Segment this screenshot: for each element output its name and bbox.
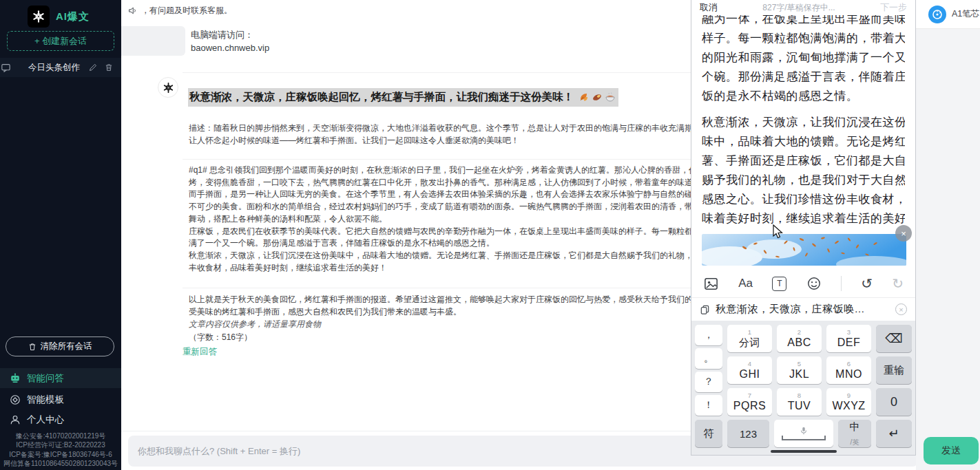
zero-key[interactable]: 0	[876, 388, 912, 416]
conversation-item[interactable]: 今日头条创作	[0, 58, 121, 77]
key-7-pqrs[interactable]: 7 PQRS	[727, 388, 772, 416]
text-line: 样子。每一颗粒都饱满饱满的，带着大地	[702, 29, 905, 48]
steaming-bowl-icon	[605, 92, 616, 103]
text-line: 的阳光和雨露，沉甸甸地撑满了一个又一	[702, 48, 905, 67]
sidebar-item-smart-qa[interactable]: 智能问答	[0, 368, 121, 388]
key-number: 1	[748, 328, 751, 336]
article-image[interactable]	[702, 234, 906, 266]
clear-all-conversations-button[interactable]: 清除所有会话	[6, 337, 114, 356]
text-line: 个碗。那份满足感溢于言表，伴随着庄稼	[702, 67, 905, 87]
trash-icon	[28, 343, 37, 351]
footer-line: ICP备案号:豫ICP备18036746号-6	[0, 450, 121, 459]
insert-image-icon[interactable]	[703, 276, 719, 292]
delete-icon[interactable]	[105, 63, 113, 72]
phone-editor-panel: 融为一体，在饭桌上呈现出丰盛而美味的 样子。每一颗粒都饱满饱满的，带着大地 的阳…	[691, 0, 916, 456]
key-number: 9	[847, 392, 851, 399]
new-conversation-button[interactable]: + 创建新会话	[7, 31, 114, 51]
lang-zh-label: 中	[850, 420, 860, 434]
disclaimer-note: 文章内容仅供参考，请适量享用食物	[189, 319, 321, 330]
key-4-ghi[interactable]: 4 GHI	[727, 356, 772, 384]
space-key[interactable]	[774, 420, 833, 447]
sidebar-item-label: 智能模板	[27, 394, 64, 406]
key-number: 6	[847, 360, 851, 367]
phone-top-bar: 取消 827字/草稿保存中... 下一步	[691, 0, 915, 15]
text-line: 融为一体，在饭桌上呈现出丰盛而美味的	[702, 15, 905, 29]
cancel-button[interactable]: 取消	[700, 1, 718, 14]
backspace-key[interactable]: ⌫	[876, 325, 912, 352]
mic-icon	[800, 427, 808, 435]
home-indicator[interactable]	[771, 450, 837, 453]
user-avatar[interactable]	[928, 6, 946, 23]
footer-line: 豫公安备:41070202001219号	[0, 431, 121, 440]
language-toggle-key[interactable]: 中 /英	[838, 420, 871, 447]
mouse-cursor	[773, 224, 784, 239]
key-8-tuv[interactable]: 8 TUV	[777, 388, 822, 416]
key-label: PQRS	[733, 399, 766, 412]
retype-key[interactable]: 重输	[876, 356, 912, 384]
key-label: TUV	[788, 399, 811, 412]
redo-icon[interactable]: ↻	[892, 275, 904, 292]
key-period[interactable]: 。	[695, 348, 722, 369]
person-icon	[10, 414, 21, 425]
sidebar-item-label: 个人中心	[27, 414, 64, 426]
notice-bar: ，有问题及时联系客服。	[128, 5, 232, 17]
next-step-button[interactable]: 下一步	[880, 1, 907, 14]
app-title: AI爆文	[56, 10, 90, 23]
key-6-mno[interactable]: 6 MNO	[826, 356, 871, 384]
edit-icon[interactable]	[89, 63, 97, 72]
key-number: 2	[797, 328, 801, 336]
enter-key[interactable]: ↵	[876, 420, 912, 447]
text-line: 薯、手擀面还是庄稼饭，它们都是大自然	[702, 151, 905, 171]
footer-line: ICP经营许可证:B2-20220223	[0, 440, 121, 449]
phone-article: 融为一体，在饭桌上呈现出丰盛而美味的 样子。每一颗粒都饱满饱满的，带着大地 的阳…	[691, 15, 915, 234]
lang-en-label: 英	[852, 438, 859, 446]
key-1-fenci[interactable]: 1 分词	[727, 325, 772, 352]
sweet-potato-icon	[592, 92, 603, 103]
font-style-icon[interactable]: Aa	[738, 277, 753, 290]
copy-icon	[700, 304, 710, 314]
sidebar-item-profile[interactable]: 个人中心	[0, 409, 121, 429]
editor-toolbar: Aa T ↺ ↻	[703, 270, 904, 297]
masked-banner	[121, 26, 185, 56]
sidebar-item-smart-templates[interactable]: 智能模板	[0, 389, 121, 409]
send-button[interactable]: 发送	[924, 437, 979, 464]
key-question[interactable]: ？	[695, 372, 722, 392]
fallen-leaf-icon	[578, 92, 590, 103]
regenerate-link[interactable]: 重新回答	[183, 346, 217, 358]
punctuation-strip: ， 。 ？ ！	[695, 325, 722, 416]
openai-logo-icon	[28, 6, 50, 28]
key-number: 8	[797, 392, 801, 399]
user-header: A1笔芯	[916, 0, 980, 29]
key-label: 分词	[739, 336, 760, 349]
app-brand: AI爆文	[28, 6, 90, 28]
sidebar: AI爆文 + 创建新会话 今日头条创作 清除所有会话	[0, 0, 121, 470]
user-name: A1笔芯	[952, 8, 979, 20]
robot-icon	[10, 373, 21, 384]
article-title-text: 秋意渐浓，天微凉，庄稼饭唤起回忆，烤红薯与手擀面，让我们痴迷于这份美味！	[189, 90, 574, 105]
key-2-abc[interactable]: 2 ABC	[777, 325, 822, 352]
symbols-key[interactable]: 符	[695, 420, 722, 447]
right-background	[916, 29, 980, 470]
key-5-jkl[interactable]: 5 JKL	[777, 356, 822, 384]
key-comma[interactable]: ，	[695, 325, 722, 345]
app-window: AI爆文 + 创建新会话 今日头条创作 清除所有会话	[0, 0, 980, 470]
chip-close-icon[interactable]: ×	[895, 303, 907, 315]
title-emojis	[578, 92, 616, 103]
key-9-wxyz[interactable]: 9 WXYZ	[826, 388, 871, 416]
key-label: DEF	[837, 336, 861, 349]
key-label: MNO	[835, 367, 862, 381]
key-number: 3	[847, 328, 851, 336]
key-exclaim[interactable]: ！	[695, 395, 722, 416]
text-box-icon[interactable]: T	[772, 277, 786, 291]
remove-image-button[interactable]: ×	[895, 225, 912, 242]
key-number: 4	[748, 360, 751, 367]
undo-icon[interactable]: ↺	[861, 275, 873, 292]
key-3-def[interactable]: 3 DEF	[826, 325, 871, 352]
emoji-icon[interactable]	[806, 276, 822, 291]
numbers-key[interactable]: 123	[727, 420, 769, 447]
visit-url[interactable]: baowen.chnweb.vip	[191, 41, 269, 54]
text-line: 感恩之心。让我们珍惜这份丰收食材，品	[702, 190, 905, 209]
key-label: GHI	[740, 367, 760, 381]
text-line: 秋意渐浓，天微凉，让我们沉浸在这份美	[702, 113, 905, 132]
virtual-keyboard: ， 。 ？ ！ 1 分词 2 ABC 3 DEF ⌫	[691, 321, 915, 455]
